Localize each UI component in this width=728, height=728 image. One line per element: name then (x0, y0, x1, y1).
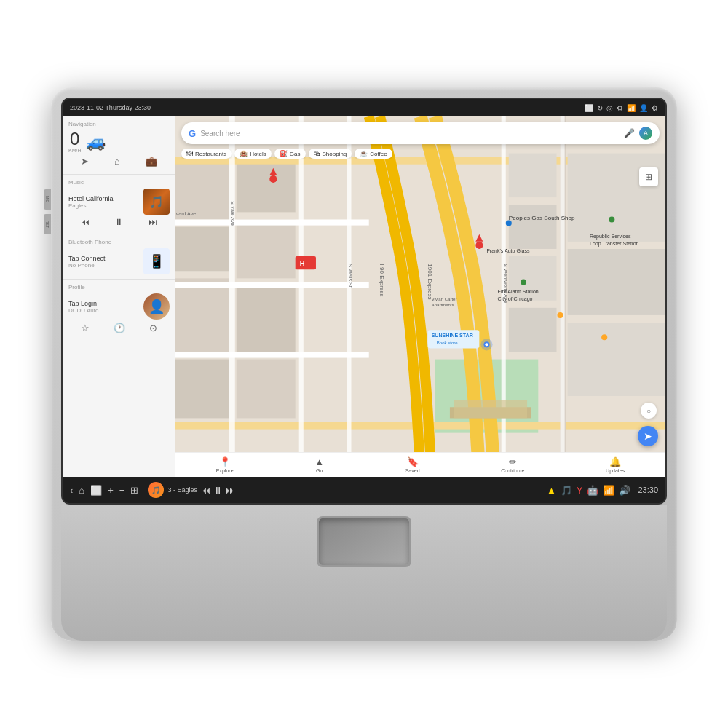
star-icon[interactable]: ☆ (81, 323, 90, 333)
history-icon[interactable]: 🕐 (114, 323, 125, 333)
hotel-icon: 🏨 (240, 150, 248, 157)
contribute-tab[interactable]: ✏ Contribute (501, 456, 524, 473)
taskbar-media-controls[interactable]: ⏮ ⏸ ⏭ (201, 485, 235, 496)
music-controls[interactable]: ⏮ ⏸ ⏭ (68, 215, 170, 229)
profile-avatar[interactable]: 👤 (143, 293, 170, 320)
user-avatar-small[interactable]: A (639, 127, 652, 140)
music-artist: Eagles (68, 202, 139, 209)
category-shopping[interactable]: 🛍 Shopping (309, 149, 352, 159)
status-icons: ⬜ ↻ ◎ ⚙ 📶 👤 ⚙ (585, 104, 658, 112)
svg-point-38 (558, 312, 563, 318)
taskbar: ‹ ⌂ ⬜ + − ⊞ 🎵 3 - Eagles ⏮ ⏸ ⏭ ▲ 🎵 (63, 477, 665, 503)
bt-info: Tap Connect No Phone (68, 255, 139, 269)
nav-content: 0 KM/H 🚙 (68, 130, 170, 153)
mic-icon[interactable]: 🎤 (624, 128, 635, 138)
svg-text:Republic Services: Republic Services (590, 234, 631, 240)
saved-tab[interactable]: 🔖 Saved (405, 456, 420, 473)
svg-text:Apartments: Apartments (432, 303, 454, 307)
category-hotels[interactable]: 🏨 Hotels (234, 149, 272, 159)
category-restaurants[interactable]: 🍽 Restaurants (181, 149, 232, 159)
category-gas[interactable]: ⛽ Gas (274, 149, 306, 159)
svg-rect-2 (175, 227, 229, 272)
bluetooth-section: Bluetooth Phone Tap Connect No Phone 📱 (63, 234, 175, 280)
next-button[interactable]: ⏭ (149, 217, 157, 227)
svg-rect-30 (454, 400, 527, 418)
svg-point-48 (485, 343, 488, 346)
taskbar-media: 🎵 3 - Eagles ⏮ ⏸ ⏭ (148, 482, 542, 498)
home-taskbar-icon[interactable]: ⌂ (79, 485, 84, 496)
svg-text:Frank's Auto Glass: Frank's Auto Glass (486, 248, 530, 253)
svg-text:Peoples Gas South Shop: Peoples Gas South Shop (509, 215, 575, 221)
go-icon: ▲ (314, 456, 324, 467)
grid-icon[interactable]: ⊞ (130, 485, 138, 496)
taskbar-prev-icon[interactable]: ⏮ (201, 485, 210, 496)
more-icon[interactable]: ⊙ (149, 323, 157, 333)
android-auto-icon[interactable]: 🤖 (587, 485, 598, 496)
music-content: Hotel California Eagles 🎵 (68, 189, 170, 215)
music-thumbnail: 🎵 (143, 189, 170, 215)
navigate-icon[interactable]: ➤ (81, 156, 89, 167)
nav-label: Navigation (68, 121, 170, 127)
music-app-icon[interactable]: 🎵 (561, 485, 572, 496)
svg-rect-16 (229, 116, 235, 477)
briefcase-icon[interactable]: 💼 (146, 156, 157, 167)
map-bottom-bar: 📍 Explore ▲ Go 🔖 Saved ✏ Contribute (175, 452, 665, 477)
svg-rect-12 (175, 220, 369, 226)
svg-rect-23 (509, 205, 557, 249)
profile-title: Tap Login (68, 300, 139, 307)
map-layers-button[interactable]: ⊞ (639, 167, 658, 186)
music-section: Music Hotel California Eagles 🎵 ⏮ ⏸ ⏭ (63, 175, 175, 234)
svg-point-39 (601, 334, 607, 340)
taskbar-apps[interactable]: ▲ 🎵 Y 🤖 📶 🔊 (547, 485, 631, 496)
back-icon[interactable]: ‹ (70, 485, 73, 496)
bt-subtitle: No Phone (68, 262, 139, 269)
profile-label: Profile (68, 284, 170, 290)
svg-text:SUNSHINE STAR: SUNSHINE STAR (432, 333, 473, 338)
svg-rect-14 (175, 352, 369, 357)
svg-text:S Wentworth Ave: S Wentworth Ave (503, 264, 508, 303)
profile-bottom-icons[interactable]: ☆ 🕐 ⊙ (68, 320, 170, 336)
map-search-bar[interactable]: G Search here 🎤 A (181, 122, 660, 144)
explore-tab[interactable]: 📍 Explore (216, 456, 234, 473)
rst-button[interactable]: RST (44, 214, 51, 234)
svg-text:S Wells St: S Wells St (348, 264, 353, 287)
restaurant-icon: 🍽 (186, 150, 193, 157)
play-pause-button[interactable]: ⏸ (114, 217, 123, 227)
yandex-icon[interactable]: Y (577, 485, 583, 496)
taskbar-next-icon[interactable]: ⏭ (226, 485, 235, 496)
map-area[interactable]: Peoples Gas South Shop Republic Services… (175, 116, 665, 477)
bt-phone-icon[interactable]: 📱 (143, 248, 170, 274)
svg-text:I-90 Express: I-90 Express (379, 264, 385, 296)
taskbar-pause-icon[interactable]: ⏸ (213, 485, 223, 496)
profile-subtitle: DUDU Auto (68, 307, 139, 314)
bt-content: Tap Connect No Phone 📱 (68, 248, 170, 274)
go-tab[interactable]: ▲ Go (314, 456, 324, 473)
svg-text:H: H (300, 260, 305, 267)
minus-icon[interactable]: − (119, 485, 125, 496)
updates-icon: 🔔 (609, 456, 621, 467)
side-buttons: MIC RST (44, 189, 51, 234)
updates-tab[interactable]: 🔔 Updates (606, 456, 625, 473)
coffee-icon: ☕ (360, 150, 368, 157)
location-icon: ◎ (606, 104, 613, 112)
home-icon[interactable]: ⌂ (114, 156, 120, 167)
contribute-icon: ✏ (509, 456, 517, 467)
main-screen: 2023-11-02 Thursday 23:30 ⬜ ↻ ◎ ⚙ 📶 👤 ⚙ … (61, 98, 667, 505)
speed-display: 0 KM/H (68, 130, 82, 153)
prev-button[interactable]: ⏮ (81, 217, 90, 227)
search-placeholder: Search here (200, 130, 620, 138)
category-coffee[interactable]: ☕ Coffee (355, 149, 392, 159)
svg-rect-56 (296, 256, 316, 269)
volume-icon[interactable]: 🔊 (619, 485, 630, 496)
taskbar-nav[interactable]: ‹ ⌂ ⬜ + − ⊞ (70, 485, 138, 496)
svg-rect-13 (175, 282, 369, 288)
add-icon[interactable]: + (108, 485, 114, 496)
svg-point-37 (609, 216, 614, 222)
svg-text:Loop Transfer Station: Loop Transfer Station (590, 241, 639, 247)
svg-rect-8 (237, 360, 296, 419)
recent-icon[interactable]: ⬜ (90, 485, 102, 496)
yandex-nav-icon[interactable]: ▲ (547, 485, 556, 496)
nav-bottom-icons[interactable]: ➤ ⌂ 💼 (68, 153, 170, 170)
car-bottom-handle (61, 505, 667, 641)
mic-button[interactable]: MIC (44, 189, 51, 210)
